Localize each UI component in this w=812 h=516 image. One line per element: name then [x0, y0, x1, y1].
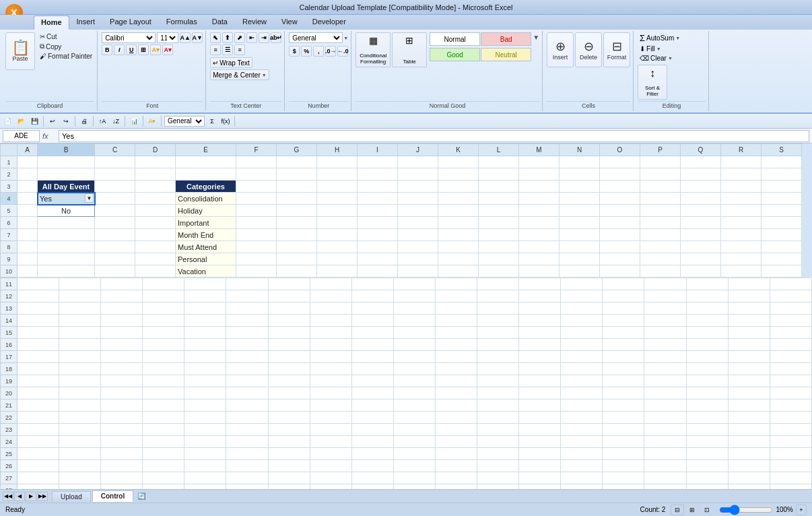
align-right-button[interactable]: ≡ [234, 44, 245, 55]
cell-D8[interactable] [135, 241, 176, 253]
cell-K16[interactable] [435, 339, 477, 351]
cell-A9[interactable] [18, 253, 38, 265]
cell-K2[interactable] [438, 168, 479, 181]
cell-C24[interactable] [101, 436, 143, 448]
cell-F12[interactable] [226, 290, 268, 302]
cell-R21[interactable] [728, 399, 770, 412]
cell-F25[interactable] [226, 448, 268, 460]
cell-N19[interactable] [561, 375, 603, 387]
cell-C26[interactable] [101, 460, 143, 472]
cell-J24[interactable] [393, 436, 435, 448]
cell-J10[interactable] [398, 265, 438, 278]
cell-D19[interactable] [143, 375, 184, 387]
cell-L8[interactable] [479, 241, 519, 253]
cell-B10[interactable] [38, 265, 95, 278]
cell-I16[interactable] [351, 339, 393, 351]
cell-C4[interactable] [95, 193, 135, 205]
page-break-view-button[interactable]: ⊡ [700, 505, 714, 515]
cell-Q24[interactable] [686, 436, 728, 448]
cell-N23[interactable] [561, 424, 603, 436]
cell-A13[interactable] [18, 302, 59, 315]
col-header-E[interactable]: E [176, 144, 236, 156]
cell-N20[interactable] [561, 387, 603, 399]
tab-insert[interactable]: Insert [69, 15, 103, 30]
col-header-Q[interactable]: Q [681, 144, 721, 156]
col-header-R[interactable]: R [721, 144, 762, 156]
merge-center-button[interactable]: Merge & Center ▼ [210, 69, 269, 80]
cell-G16[interactable] [268, 339, 310, 351]
cell-H17[interactable] [310, 351, 351, 363]
cell-P13[interactable] [644, 302, 686, 315]
cell-B11[interactable] [59, 278, 101, 290]
cell-D27[interactable] [143, 472, 184, 484]
cell-Q27[interactable] [686, 472, 728, 484]
cell-S22[interactable] [770, 412, 811, 424]
cell-I19[interactable] [351, 375, 393, 387]
cell-O7[interactable] [600, 229, 640, 241]
page-layout-view-button[interactable]: ⊞ [685, 505, 699, 515]
cell-L2[interactable] [479, 168, 519, 181]
cell-I27[interactable] [351, 472, 393, 484]
cell-D23[interactable] [143, 424, 184, 436]
cell-S27[interactable] [770, 472, 811, 484]
cell-G19[interactable] [268, 375, 310, 387]
cell-J26[interactable] [393, 460, 435, 472]
cell-Q8[interactable] [681, 241, 721, 253]
cell-I13[interactable] [351, 302, 393, 315]
cell-I2[interactable] [358, 168, 398, 181]
cell-D20[interactable] [143, 387, 184, 399]
zoom-in-button[interactable]: + [796, 505, 807, 515]
cell-H13[interactable] [310, 302, 351, 315]
cell-I18[interactable] [351, 363, 393, 375]
cell-P24[interactable] [644, 436, 686, 448]
cell-H22[interactable] [310, 412, 351, 424]
cell-K12[interactable] [435, 290, 477, 302]
tab-developer[interactable]: Developer [305, 15, 353, 30]
cell-E9-personal[interactable]: Personal [176, 253, 236, 265]
cell-M3[interactable] [519, 181, 560, 193]
cell-M2[interactable] [519, 168, 560, 181]
cell-A11[interactable] [18, 278, 59, 290]
cell-C11[interactable] [101, 278, 143, 290]
grid-area[interactable]: A B C D E F G H I J K L M [0, 143, 812, 489]
cell-S5[interactable] [762, 205, 802, 217]
cell-G13[interactable] [268, 302, 310, 315]
format-as-table-button[interactable]: ⊞ Table [392, 32, 427, 67]
cell-A19[interactable] [18, 375, 59, 387]
toolbar-new-button[interactable]: 📄 [1, 115, 13, 127]
accounting-format-button[interactable]: $ [289, 46, 300, 57]
col-header-C[interactable]: C [95, 144, 135, 156]
cell-P26[interactable] [644, 460, 686, 472]
cell-I3[interactable] [358, 181, 398, 193]
col-header-J[interactable]: J [398, 144, 438, 156]
cell-J17[interactable] [393, 351, 435, 363]
cell-E15[interactable] [184, 327, 226, 339]
cell-H8[interactable] [317, 241, 358, 253]
align-center-button[interactable]: ☰ [222, 44, 233, 55]
cell-D1[interactable] [135, 156, 176, 168]
cell-J20[interactable] [393, 387, 435, 399]
cell-I7[interactable] [358, 229, 398, 241]
cell-C21[interactable] [101, 399, 143, 412]
cell-A7[interactable] [18, 229, 38, 241]
autosum-button[interactable]: Σ AutoSum ▼ [638, 32, 682, 44]
cell-L21[interactable] [477, 399, 519, 412]
cell-S8[interactable] [762, 241, 802, 253]
cell-P5[interactable] [640, 205, 681, 217]
cell-N5[interactable] [560, 205, 600, 217]
cell-F19[interactable] [226, 375, 268, 387]
cell-L13[interactable] [477, 302, 519, 315]
cell-M21[interactable] [519, 399, 561, 412]
cell-M15[interactable] [519, 327, 561, 339]
cell-R2[interactable] [721, 168, 762, 181]
tab-control[interactable]: Control [92, 490, 134, 502]
cell-G14[interactable] [268, 315, 310, 327]
cell-M7[interactable] [519, 229, 560, 241]
cell-B27[interactable] [59, 472, 101, 484]
normal-view-button[interactable]: ⊟ [671, 505, 684, 515]
cell-N16[interactable] [561, 339, 603, 351]
cell-S24[interactable] [770, 436, 811, 448]
cell-M24[interactable] [519, 436, 561, 448]
cell-I1[interactable] [358, 156, 398, 168]
cell-C10[interactable] [95, 265, 135, 278]
